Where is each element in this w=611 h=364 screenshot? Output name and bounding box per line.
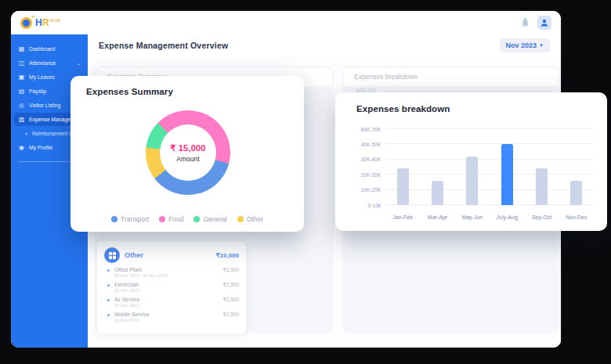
period-selector-button[interactable]: Nov 2023 ▼: [500, 38, 550, 52]
expense-row-office-plant[interactable]: Office Plant28 Nov 2023 - 30 Nov 2023₹2,…: [104, 267, 239, 278]
legend-label: Transport: [121, 215, 149, 223]
donut-center-label: Amount: [176, 155, 199, 163]
expense-amount: ₹2,500: [223, 312, 239, 318]
grid-line: [385, 174, 594, 175]
expenses-summary-popup: Expenses Summary ₹ 15,000 Amount Transpo…: [70, 76, 304, 232]
category-total: ₹10,000: [215, 252, 239, 259]
bar-sep-oct[interactable]: [536, 168, 548, 205]
legend-label: General: [203, 215, 226, 223]
x-axis-label: Sep-Oct: [524, 214, 559, 220]
bar-july-aug[interactable]: [501, 144, 513, 205]
bullet-icon: [107, 284, 110, 287]
calendar-icon: ▣: [18, 74, 25, 81]
legend-dot: [159, 216, 165, 222]
profile-avatar-button[interactable]: [537, 16, 551, 30]
y-axis-tick: 20K-30K: [349, 172, 381, 178]
notifications-button[interactable]: [519, 17, 530, 28]
expense-card-icon: ▥: [18, 116, 25, 123]
donut-center-value: ₹ 15,000: [170, 143, 205, 153]
donut-chart[interactable]: ₹ 15,000 Amount: [146, 110, 230, 195]
legend-label: Food: [168, 215, 183, 223]
expense-date: 20 Nov 2023: [114, 303, 220, 308]
bell-icon: [520, 18, 530, 28]
app-logo: + HRPLUS: [20, 17, 60, 29]
bullet-dot-icon: •: [24, 131, 28, 136]
legend-item-food[interactable]: Food: [159, 215, 183, 223]
x-axis-label: Jan-Feb: [385, 214, 420, 220]
expense-name: Electrician: [114, 282, 220, 287]
bullet-icon: [107, 269, 110, 272]
expense-row-main: Mobile Service20 Nov 2023: [114, 312, 220, 323]
bullet-icon: [107, 314, 110, 316]
page-title: Expense Management Overview: [99, 41, 228, 50]
expense-amount: ₹2,500: [223, 297, 239, 303]
visitor-pin-icon: ◎: [18, 102, 25, 109]
y-axis-tick: 60K-70K: [349, 127, 381, 132]
x-axis-label: Mar-Apr: [420, 214, 454, 220]
x-axis-label: July-Aug: [490, 214, 524, 220]
grid-line: [385, 128, 594, 129]
expense-row-mobile-service[interactable]: Mobile Service20 Nov 2023₹2,500: [104, 312, 239, 323]
expense-amount: ₹2,500: [223, 267, 239, 273]
expense-amount: ₹2,500: [223, 282, 239, 288]
page-header: Expense Management Overview Nov 2023 ▼: [88, 34, 561, 57]
sidebar-item-label: Attendance: [29, 60, 56, 66]
expense-category-card: Other ₹10,000 Office Plant28 Nov 2023 - …: [97, 241, 246, 333]
category-label: Other: [125, 251, 143, 259]
dashboard-grid-icon: ▦: [18, 45, 25, 52]
bullet-icon: [107, 299, 110, 301]
bar-mar-apr[interactable]: [432, 181, 443, 205]
expense-date: 20 Nov 2023: [114, 318, 220, 323]
legend-item-transport[interactable]: Transport: [111, 215, 149, 223]
legend-dot: [111, 216, 118, 222]
sidebar-item-label: My Leaves: [29, 74, 55, 80]
summary-popup-title: Expenses Summary: [86, 87, 304, 96]
donut-legend: TransportFoodGeneralOther: [70, 215, 304, 223]
bar-nov-dec[interactable]: [570, 181, 582, 205]
legend-dot: [193, 216, 200, 222]
expense-row-main: Electrician20 Nov 2023: [114, 282, 220, 293]
expense-date: 28 Nov 2023 - 30 Nov 2023: [114, 273, 220, 278]
legend-item-general[interactable]: General: [193, 215, 226, 223]
sidebar-item-label: My Profile: [29, 145, 52, 150]
chevron-down-icon: ▼: [539, 43, 544, 48]
grid-line: [385, 143, 594, 144]
y-axis-tick: 0-10k: [349, 203, 381, 208]
expenses-breakdown-popup: Expenses breakdown 0-10k10K-20K20K-30K30…: [335, 92, 607, 231]
category-other-icon: [104, 247, 120, 263]
expense-name: Office Plant: [114, 267, 220, 272]
x-axis-label: Nov-Dec: [559, 214, 594, 220]
topbar: + HRPLUS: [11, 11, 561, 34]
legend-label: Other: [247, 215, 263, 223]
sidebar-item-dashboard[interactable]: ▦Dashboard: [14, 42, 85, 56]
chevron-down-icon: ⌄: [76, 60, 81, 67]
sidebar-item-label: Visitor Listing: [29, 103, 60, 108]
bar-may-jun[interactable]: [466, 157, 478, 205]
expense-row-ac-service[interactable]: Ac Service20 Nov 2023₹2,500: [104, 297, 239, 308]
y-axis-tick: 30K-40K: [349, 157, 381, 162]
logo-gear-icon: +: [20, 17, 32, 29]
bar-jan-feb[interactable]: [397, 168, 409, 205]
sidebar-item-attendance[interactable]: ◫Attendance⌄: [14, 56, 85, 70]
y-axis-tick: 10K-20K: [349, 187, 381, 193]
y-axis-tick: 40K-50K: [349, 142, 381, 147]
payslip-icon: ▤: [18, 88, 25, 95]
logo-text: HRPLUS: [35, 17, 60, 28]
bar-chart: 0-10k10K-20K20K-30K30K-40K40K-50K60K-70K…: [349, 124, 597, 211]
expense-category-header[interactable]: Other ₹10,000: [104, 247, 239, 263]
sidebar-item-label: Payslip: [29, 88, 46, 94]
attendance-icon: ◫: [18, 59, 25, 67]
expense-row-electrician[interactable]: Electrician20 Nov 2023₹2,500: [104, 282, 239, 293]
user-icon: ◉: [18, 144, 25, 151]
grid-line: [385, 189, 594, 190]
expense-name: Mobile Service: [114, 312, 220, 317]
x-axis-label: May-Jun: [455, 214, 490, 220]
expense-date: 20 Nov 2023: [114, 288, 220, 293]
legend-item-other[interactable]: Other: [237, 215, 263, 223]
breakdown-popup-title: Expenses breakdown: [356, 104, 607, 114]
expense-row-main: Ac Service20 Nov 2023: [114, 297, 220, 308]
legend-dot: [237, 216, 244, 222]
expense-name: Ac Service: [114, 297, 220, 302]
expense-row-main: Office Plant28 Nov 2023 - 30 Nov 2023: [114, 267, 220, 278]
grid-line: [385, 204, 594, 205]
